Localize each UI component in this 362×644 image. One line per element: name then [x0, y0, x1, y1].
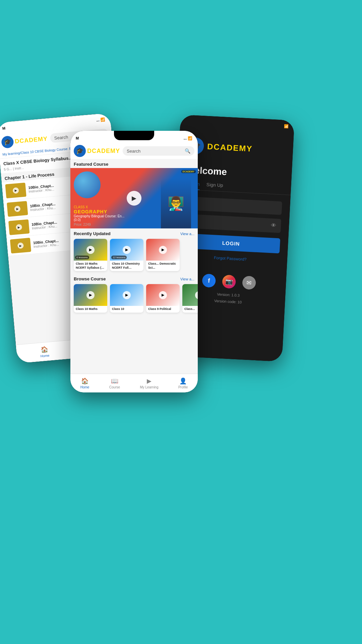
banner-instructor: 👨‍🏫 [161, 178, 191, 228]
browse-header: Browse Course View a... [70, 274, 198, 283]
recent-card-2[interactable]: ▶ 12 lessons Class 10 Chemistry NCERT Fu… [110, 239, 143, 271]
instagram-icon-char: 📷 [225, 278, 233, 285]
logo-text-center: DCADEMY [87, 148, 120, 155]
logo-center: DCADEMY [74, 145, 120, 157]
play-btn-4[interactable]: ▶ [17, 243, 24, 249]
browse-card-body-1: Class 10 Maths [74, 306, 107, 313]
browse-card-title-2: Class 10 [112, 307, 141, 311]
banner-play-btn[interactable]: ▶ [127, 191, 141, 206]
browse-thumb-1: ▶ [74, 284, 107, 306]
status-time-center: M [76, 136, 79, 140]
phone-center-screen: M ... 📶 DCADEMY Search 🔍 Featured Course… [70, 131, 198, 392]
logo-left: DCADEMY [1, 132, 48, 149]
nav-home-left[interactable]: 🏠 Home [40, 345, 50, 358]
featured-label: Featured Course [70, 159, 198, 168]
play-btn-1[interactable]: ▶ [12, 187, 19, 194]
recent-card-body-3: Class... Democratic Sci... [146, 261, 180, 271]
lesson-thumb-1: ▶ [5, 182, 26, 198]
banner-logo: DCADEMY [181, 170, 196, 173]
eye-icon[interactable]: 👁 [271, 222, 277, 229]
facebook-icon[interactable]: f [202, 274, 216, 288]
recent-card-title-2: Class 10 Chemistry NCERT Full Syllabus (… [112, 262, 141, 270]
recent-courses-row: ▶ 0 lessons Class 10 Maths NCERT Syllabu… [70, 237, 198, 274]
banner-price-value: Price: [74, 223, 83, 226]
status-icons-left: ... 📶 [96, 117, 105, 122]
play-overlay-b2: ▶ [123, 291, 131, 299]
nav-mylearning-center[interactable]: ▶ My Learning [140, 377, 158, 389]
status-time-left: M [2, 126, 5, 130]
browse-card-3[interactable]: ▶ Class 9 Political [146, 284, 180, 313]
featured-banner[interactable]: 👨‍🏫 CLASS X GEOGRAPHY Geography Bilingua… [70, 168, 198, 228]
email-input[interactable] [189, 201, 277, 211]
browse-card-1[interactable]: ▶ Class 10 Maths [74, 284, 107, 313]
lessons-badge-2: 12 lessons [111, 256, 127, 259]
browse-card-body-2: Class 10 [110, 306, 143, 313]
play-overlay-2: ▶ [123, 246, 131, 254]
play-overlay-b4: ▶ [195, 291, 198, 299]
banner-price: Price: 2249 [74, 223, 91, 226]
login-logo-text: DCADEMY [207, 142, 253, 154]
recent-card-3[interactable]: ▶ Class... Democratic Sci... [146, 239, 180, 271]
recent-thumb-1: ▶ 0 lessons [74, 239, 107, 261]
nav-home-label-left: Home [40, 354, 50, 358]
logo-text-left: DCADEMY [14, 135, 48, 145]
recent-card-body-2: Class 10 Chemistry NCERT Full Syllabus (… [110, 261, 143, 271]
bottom-nav-center: 🏠 Home 📖 Course ▶ My Learning 👤 Profile [70, 374, 198, 392]
notch-center [114, 131, 154, 140]
instagram-icon[interactable]: 📷 [222, 275, 236, 289]
logo-icon-left [1, 136, 14, 149]
browse-card-body-4: Class... [182, 306, 198, 313]
recent-card-title-1: Class 10 Maths NCERT Syllabus (All Text … [76, 262, 105, 270]
mail-icon[interactable]: ✉ [242, 276, 256, 290]
mail-icon-char: ✉ [246, 279, 252, 287]
lessons-badge-1: 0 lessons [75, 256, 89, 259]
banner-subject: CLASS X [74, 205, 124, 209]
mylearning-icon-center: ▶ [147, 377, 152, 385]
lesson-thumb-2: ▶ [7, 201, 28, 217]
browse-thumb-3: ▶ [146, 284, 180, 306]
home-icon-left: 🏠 [40, 345, 48, 354]
nav-course-center[interactable]: 📖 Course [109, 377, 120, 389]
header-center: DCADEMY Search 🔍 [70, 143, 198, 159]
browse-card-2[interactable]: ▶ Class 10 [110, 284, 143, 313]
status-icons-center: ... 📶 [184, 136, 192, 141]
password-input[interactable] [188, 218, 268, 228]
banner-title: GEOGRAPHY [74, 209, 124, 214]
play-overlay-3: ▶ [159, 246, 167, 254]
banner-price-num: 2249 [83, 223, 90, 226]
email-field[interactable] [184, 197, 282, 215]
nav-mylearning-label-center: My Learning [140, 385, 158, 389]
play-btn-3[interactable]: ▶ [16, 224, 22, 231]
tab-signup[interactable]: Sign Up [206, 179, 224, 192]
nav-profile-center[interactable]: 👤 Profile [178, 377, 188, 389]
lesson-thumb-4: ▶ [10, 238, 31, 254]
lesson-thumb-3: ▶ [8, 219, 29, 235]
browse-card-title-4: Class... [184, 307, 198, 311]
logo-icon-center [74, 145, 86, 157]
nav-home-center[interactable]: 🏠 Home [80, 377, 89, 389]
browse-thumb-4: ▶ [182, 284, 198, 306]
status-icons-right: 📶 [284, 124, 289, 128]
recent-card-body-1: Class 10 Maths NCERT Syllabus (All Text … [74, 261, 107, 271]
recent-card-1[interactable]: ▶ 0 lessons Class 10 Maths NCERT Syllabu… [74, 239, 107, 271]
profile-icon-center: 👤 [179, 377, 187, 385]
search-placeholder-center: Search [127, 149, 183, 154]
recent-thumb-2: ▶ 12 lessons [110, 239, 143, 261]
banner-rating: (0.0) [74, 218, 124, 222]
search-bar-center[interactable]: Search 🔍 [123, 146, 194, 156]
play-btn-2[interactable]: ▶ [14, 206, 21, 212]
nav-profile-label-center: Profile [178, 385, 188, 389]
play-overlay-1: ▶ [86, 246, 95, 254]
recently-updated-header: Recently Updated View a... [70, 228, 198, 237]
phone-center: M ... 📶 DCADEMY Search 🔍 Featured Course… [70, 131, 198, 392]
play-overlay-b1: ▶ [86, 291, 95, 299]
browse-card-4[interactable]: ▶ Class... [182, 284, 198, 313]
browse-view-all[interactable]: View a... [180, 277, 194, 281]
browse-courses-row: ▶ Class 10 Maths ▶ Class 10 [70, 283, 198, 315]
browse-card-title-3: Class 9 Political [148, 307, 178, 311]
recently-updated-view-all[interactable]: View a... [180, 232, 194, 236]
nav-course-label-center: Course [109, 385, 120, 389]
banner-text: CLASS X GEOGRAPHY Geography Bilingual Co… [74, 205, 124, 222]
nav-home-label-center: Home [80, 385, 89, 389]
browse-card-title-1: Class 10 Maths [76, 307, 105, 311]
